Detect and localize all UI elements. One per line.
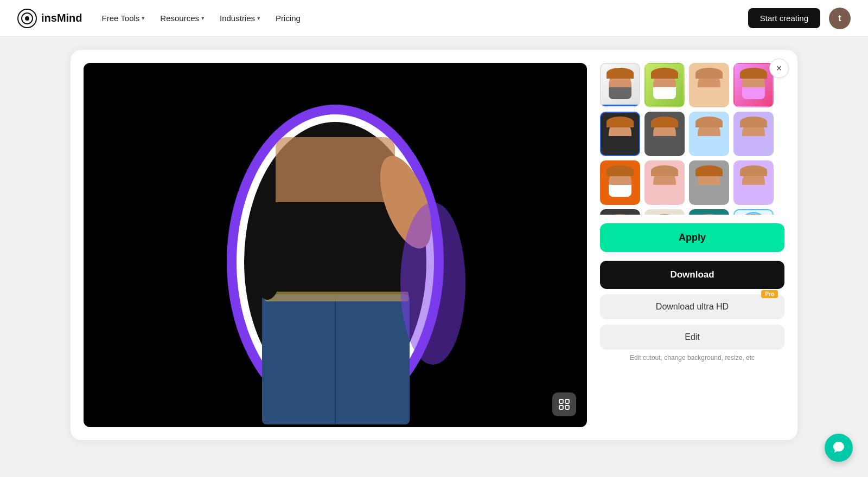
svg-rect-15 — [565, 399, 569, 403]
thumb-item[interactable] — [644, 209, 685, 215]
chevron-down-icon-free-tools: ▾ — [142, 15, 145, 22]
navbar: insMind Free Tools ▾ Resources ▾ Industr… — [0, 0, 868, 37]
pro-badge: Pro — [761, 290, 778, 298]
thumb-item[interactable] — [600, 160, 640, 205]
thumb-row-3 — [600, 209, 782, 215]
nav-item-industries[interactable]: Industries ▾ — [220, 14, 260, 23]
thumb-item[interactable] — [644, 63, 685, 107]
chat-icon — [832, 441, 846, 455]
thumb-item[interactable] — [733, 160, 774, 205]
navbar-right: Start creating t — [748, 8, 851, 29]
thumb-row-1 — [600, 112, 782, 156]
main-area: × — [0, 37, 868, 477]
thumb-item[interactable] — [689, 160, 729, 205]
svg-point-13 — [400, 202, 465, 365]
download-hd-button[interactable]: Download ultra HD Pro — [600, 294, 784, 319]
thumb-row-top-partial — [600, 63, 782, 107]
logo-icon — [17, 9, 37, 28]
editor-card: × — [71, 50, 797, 440]
thumb-item[interactable] — [600, 112, 640, 156]
svg-rect-10 — [265, 292, 409, 301]
svg-point-2 — [25, 16, 29, 21]
thumb-item[interactable] — [644, 160, 685, 205]
thumb-item[interactable] — [689, 209, 729, 215]
canvas-image — [84, 63, 587, 427]
logo[interactable]: insMind — [17, 9, 82, 28]
thumb-item[interactable] — [644, 112, 685, 156]
image-area — [84, 63, 587, 427]
svg-point-12 — [251, 213, 284, 300]
svg-rect-16 — [559, 405, 563, 409]
figure-outline-svg — [178, 94, 493, 427]
edit-hint: Edit cutout, change background, resize, … — [600, 354, 784, 362]
nav-item-pricing[interactable]: Pricing — [276, 14, 301, 23]
edit-button[interactable]: Edit — [600, 325, 784, 350]
navbar-left: insMind Free Tools ▾ Resources ▾ Industr… — [17, 9, 301, 28]
side-panel: × — [600, 63, 784, 427]
download-button[interactable]: Download — [600, 261, 784, 289]
nav-label-industries: Industries — [220, 14, 255, 23]
nav-label-free-tools: Free Tools — [102, 14, 140, 23]
avatar[interactable]: t — [829, 8, 851, 29]
thumb-item[interactable] — [733, 63, 774, 107]
svg-rect-14 — [559, 399, 563, 403]
close-button[interactable]: × — [769, 59, 789, 78]
thumb-item[interactable] — [733, 209, 774, 215]
svg-rect-7 — [262, 202, 410, 300]
chevron-down-icon-resources: ▾ — [201, 15, 205, 22]
start-creating-button[interactable]: Start creating — [748, 8, 820, 28]
thumb-item[interactable] — [733, 112, 774, 156]
chat-bubble-button[interactable] — [825, 434, 853, 462]
nav-label-resources: Resources — [160, 14, 199, 23]
thumb-item[interactable] — [689, 63, 729, 107]
nav-links: Free Tools ▾ Resources ▾ Industries ▾ Pr… — [102, 14, 301, 23]
expand-button[interactable] — [552, 392, 576, 416]
svg-rect-17 — [565, 405, 569, 409]
apply-button[interactable]: Apply — [600, 223, 784, 252]
thumb-row-2 — [600, 160, 782, 205]
nav-item-resources[interactable]: Resources ▾ — [160, 14, 205, 23]
thumb-item[interactable] — [600, 209, 640, 215]
logo-text: insMind — [41, 12, 82, 24]
thumb-item[interactable] — [689, 112, 729, 156]
chevron-down-icon-industries: ▾ — [257, 15, 260, 22]
thumbnails-container[interactable] — [600, 63, 784, 215]
expand-icon — [558, 398, 570, 410]
nav-label-pricing: Pricing — [276, 14, 301, 23]
thumb-item[interactable] — [600, 63, 640, 107]
download-hd-label: Download ultra HD — [656, 302, 729, 311]
nav-item-free-tools[interactable]: Free Tools ▾ — [102, 14, 145, 23]
